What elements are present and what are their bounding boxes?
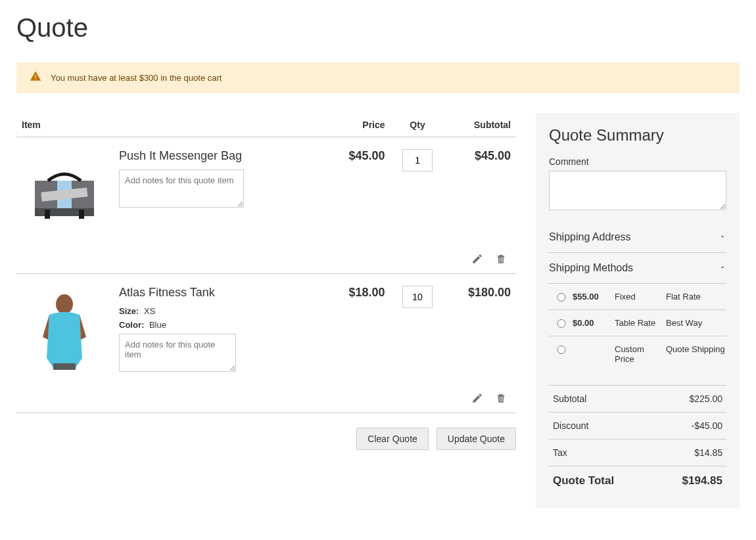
trash-icon[interactable] [495, 253, 507, 267]
chevron-down-icon [719, 233, 726, 242]
grand-total-label: Quote Total [553, 474, 614, 487]
trash-icon[interactable] [495, 392, 507, 406]
svg-rect-4 [45, 210, 50, 219]
method-name: Fixed [615, 292, 662, 302]
totals-section: Subtotal $225.00 Discount -$45.00 Tax $1… [549, 385, 726, 495]
attribute-value: Blue [149, 320, 166, 330]
chevron-down-icon [719, 263, 726, 273]
method-price: $0.00 [573, 318, 611, 328]
clear-quote-button[interactable]: Clear Quote [356, 428, 428, 450]
shipping-methods-toggle[interactable]: Shipping Methods [549, 253, 726, 283]
attribute-row: Size: XS [119, 306, 323, 316]
table-row: Push It Messenger Bag $45.00 $45.00 [16, 137, 516, 242]
qty-input[interactable] [402, 286, 433, 308]
subtotal-label: Subtotal [553, 394, 586, 404]
comment-input[interactable] [549, 171, 726, 210]
edit-icon[interactable] [471, 253, 483, 267]
items-table: Item Price Qty Subtotal [16, 113, 516, 413]
items-section: Item Price Qty Subtotal [16, 113, 516, 450]
table-row-actions [16, 380, 516, 413]
method-name: Custom Price [615, 344, 662, 364]
svg-rect-5 [79, 210, 84, 219]
shipping-address-label: Shipping Address [549, 231, 631, 243]
table-row: Atlas Fitness Tank Size: XS Color: Blue [16, 274, 516, 381]
summary-title: Quote Summary [549, 126, 726, 145]
notes-input[interactable] [119, 334, 236, 372]
qty-input[interactable] [402, 149, 433, 171]
edit-icon[interactable] [471, 392, 483, 406]
item-price: $45.00 [328, 137, 390, 242]
shipping-method-radio[interactable] [554, 293, 569, 302]
shipping-method-row: Custom Price Quote Shipping [549, 336, 726, 372]
discount-label: Discount [553, 420, 588, 431]
warning-icon [30, 70, 41, 85]
table-row-actions [16, 241, 516, 274]
attribute-label: Color: [119, 320, 144, 330]
item-price: $18.00 [328, 274, 390, 381]
shipping-methods-list: $55.00 Fixed Flat Rate $0.00 Table Rate … [549, 283, 726, 372]
item-subtotal: $180.00 [445, 274, 517, 381]
method-price: $55.00 [573, 292, 611, 302]
svg-rect-7 [53, 363, 76, 370]
grand-total-value: $194.85 [682, 474, 722, 487]
method-carrier: Best Way [666, 318, 726, 328]
page-title: Quote [16, 13, 740, 43]
attribute-value: XS [144, 306, 155, 316]
product-name[interactable]: Push It Messenger Bag [119, 149, 323, 163]
subtotal-row: Subtotal $225.00 [549, 385, 726, 412]
attribute-label: Size: [119, 306, 139, 316]
subtotal-value: $225.00 [689, 394, 722, 404]
warning-banner: You must have at least $300 in the quote… [16, 62, 740, 93]
shipping-methods-label: Shipping Methods [549, 262, 633, 274]
product-image[interactable] [22, 149, 107, 235]
product-name[interactable]: Atlas Fitness Tank [119, 286, 323, 300]
header-item: Item [16, 113, 328, 137]
header-qty: Qty [390, 113, 445, 137]
method-name: Table Rate [615, 318, 662, 328]
header-price: Price [328, 113, 390, 137]
tax-value: $14.85 [694, 447, 722, 458]
header-subtotal: Subtotal [445, 113, 517, 137]
method-carrier: Flat Rate [666, 292, 726, 302]
grand-total-row: Quote Total $194.85 [549, 466, 726, 495]
cart-actions: Clear Quote Update Quote [16, 428, 516, 450]
warning-text: You must have at least $300 in the quote… [51, 73, 222, 83]
comment-label: Comment [549, 156, 726, 167]
quote-summary: Quote Summary Comment Shipping Address S… [536, 113, 740, 508]
tax-row: Tax $14.85 [549, 439, 726, 466]
discount-value: -$45.00 [692, 420, 722, 431]
shipping-method-row: $0.00 Table Rate Best Way [549, 309, 726, 336]
svg-rect-2 [35, 208, 94, 216]
update-quote-button[interactable]: Update Quote [437, 428, 516, 450]
product-image[interactable] [22, 286, 107, 371]
shipping-method-radio[interactable] [554, 319, 569, 328]
shipping-method-row: $55.00 Fixed Flat Rate [549, 283, 726, 309]
method-carrier: Quote Shipping [666, 344, 726, 354]
shipping-address-toggle[interactable]: Shipping Address [549, 222, 726, 253]
tax-label: Tax [553, 447, 567, 458]
notes-input[interactable] [119, 169, 244, 208]
shipping-method-radio[interactable] [554, 346, 569, 354]
item-subtotal: $45.00 [445, 137, 517, 242]
attribute-row: Color: Blue [119, 320, 323, 330]
svg-point-6 [56, 294, 73, 314]
discount-row: Discount -$45.00 [549, 412, 726, 439]
